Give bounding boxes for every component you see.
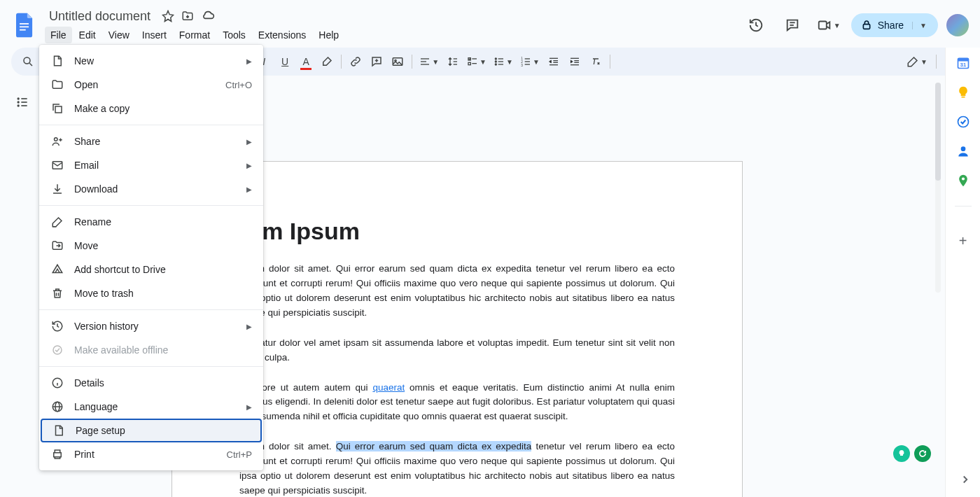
highlight-color-button[interactable] [317,52,337,71]
keep-app-icon[interactable] [956,85,970,99]
menu-item-share[interactable]: Share ▶ [39,130,263,153]
menu-item-download[interactable]: Download ▶ [39,177,263,201]
document-title[interactable]: Untitled document [45,8,155,25]
increase-indent-button[interactable] [565,52,584,71]
svg-rect-49 [55,106,62,113]
menu-item-open[interactable]: Open Ctrl+O [39,73,263,97]
menu-item-move-trash[interactable]: Move to trash [39,281,263,305]
tasks-app-icon[interactable] [956,115,970,129]
doc-paragraph[interactable]: ipsum dolor sit amet. Qui error earum se… [239,440,675,497]
menu-item-move[interactable]: Move [39,234,263,258]
menu-edit[interactable]: Edit [74,27,102,43]
maps-app-icon[interactable] [956,174,970,188]
comments-icon[interactable] [778,11,806,39]
text-color-button[interactable]: A [296,52,316,71]
menu-item-email[interactable]: Email ▶ [39,153,263,177]
toolbar-separator [341,55,342,69]
star-icon[interactable] [162,10,174,22]
align-button[interactable]: ▼ [416,52,442,71]
clear-formatting-button[interactable] [586,52,606,71]
menu-item-page-setup[interactable]: Page setup [41,419,262,442]
menu-item-make-copy[interactable]: Make a copy [39,97,263,120]
menu-label: Share [74,136,237,147]
svg-rect-1 [20,26,29,27]
extension-badge-icon[interactable] [893,445,910,462]
doc-paragraph[interactable]: d dolore ut autem autem qui quaerat omni… [239,381,675,425]
account-avatar[interactable] [946,14,969,36]
svg-point-7 [24,57,30,64]
vertical-scrollbar[interactable] [935,83,941,293]
menu-format[interactable]: Format [174,27,216,43]
svg-point-24 [495,61,496,62]
toolbar-separator [412,55,412,69]
menu-label: Print [74,449,217,460]
menu-label: Download [74,183,237,195]
menu-item-version-history[interactable]: Version history ▶ [39,314,263,338]
numbered-list-button[interactable]: 123▼ [517,52,542,71]
calendar-app-icon[interactable]: 31 [956,56,970,70]
menu-label: Make a copy [74,103,252,114]
docs-logo-icon[interactable] [11,11,39,39]
move-folder-icon[interactable] [181,10,194,22]
download-icon [50,182,64,196]
menu-view[interactable]: View [103,27,135,43]
svg-rect-21 [468,62,470,64]
menu-item-new[interactable]: New ▶ [39,49,263,73]
submenu-arrow-icon: ▶ [246,323,252,330]
insert-image-button[interactable] [388,52,407,71]
search-menus-icon[interactable] [18,52,38,71]
cloud-status-icon[interactable] [201,9,215,23]
history-icon[interactable] [742,11,770,39]
svg-text:3: 3 [521,64,523,67]
scrollbar-thumb[interactable] [935,83,941,181]
menu-help[interactable]: Help [313,27,344,43]
bulleted-list-button[interactable]: ▼ [491,52,516,71]
side-separator [955,206,972,206]
doc-paragraph[interactable]: ipsum dolor sit amet. Qui error earum se… [239,262,675,321]
decrease-indent-button[interactable] [544,52,564,71]
menu-insert[interactable]: Insert [136,27,172,43]
menu-file[interactable]: File [45,27,72,43]
menu-extensions[interactable]: Extensions [253,27,312,43]
doc-heading[interactable]: rem Ipsum [239,218,675,245]
move-icon [50,239,64,253]
svg-rect-5 [819,22,827,29]
menu-label: Add shortcut to Drive [74,264,252,275]
contacts-app-icon[interactable] [956,144,970,158]
menu-shortcut: Ctrl+P [227,449,252,460]
submenu-arrow-icon: ▶ [246,403,252,411]
share-button[interactable]: Share ▼ [851,13,938,37]
svg-point-71 [961,177,964,180]
add-comment-button[interactable] [367,52,386,71]
share-dropdown-icon[interactable]: ▼ [912,22,927,29]
checklist-button[interactable]: ▼ [464,52,489,71]
svg-rect-2 [20,29,26,31]
menu-item-offline: Make available offline [39,338,263,362]
menu-tools[interactable]: Tools [217,27,251,43]
svg-point-23 [495,58,496,59]
menu-item-print[interactable]: Print Ctrl+P [39,442,263,466]
insert-link-button[interactable] [346,52,365,71]
svg-point-25 [495,64,496,65]
grammarly-badge-icon[interactable] [914,445,931,462]
menu-item-details[interactable]: Details [39,371,263,395]
svg-rect-66 [958,58,968,61]
toolbar-separator [610,55,610,69]
file-menu-dropdown: New ▶ Open Ctrl+O Make a copy Share ▶ Em… [39,45,263,470]
menu-item-rename[interactable]: Rename [39,210,263,234]
line-spacing-button[interactable] [443,52,463,71]
selected-text[interactable]: Qui error earum sed quam dicta ex expedi… [336,441,532,451]
hide-side-panel-button[interactable] [959,473,972,486]
menu-shortcut: Ctrl+O [225,80,252,90]
svg-rect-68 [961,97,965,98]
doc-paragraph[interactable]: sequatur dolor vel amet ipsam sit assume… [239,336,675,365]
underline-button[interactable]: U [275,52,295,71]
doc-link[interactable]: quaerat [372,382,405,393]
menu-item-language[interactable]: Language ▶ [39,395,263,419]
get-addons-button[interactable]: + [959,233,967,249]
editing-mode-button[interactable]: ▼ [904,52,930,71]
person-add-icon [50,134,64,148]
meet-button[interactable]: ▼ [815,11,843,39]
history-icon [50,319,64,333]
menu-item-add-shortcut[interactable]: Add shortcut to Drive [39,258,263,281]
